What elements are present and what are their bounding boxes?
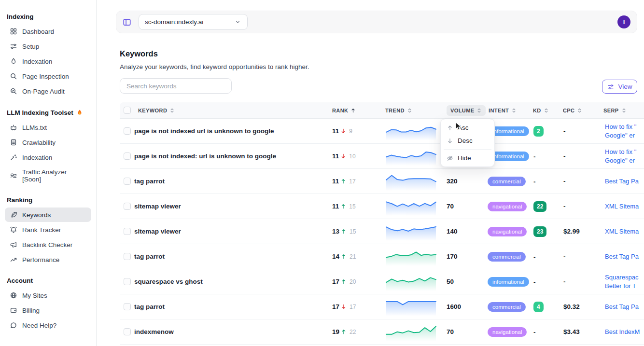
sidebar-item-billing[interactable]: Billing xyxy=(5,303,91,318)
section-title-llm-indexing-toolset: LLM Indexing Toolset xyxy=(7,109,89,116)
sidebar-item-indexation[interactable]: Indexation xyxy=(5,54,91,69)
sidebar-item-crawlability[interactable]: Crawlability xyxy=(5,135,91,150)
column-header-serp[interactable]: SERP xyxy=(600,108,644,113)
rank-previous: 9 xyxy=(349,128,352,135)
rank-up-icon xyxy=(341,278,347,285)
menu-item-desc[interactable]: Desc xyxy=(443,134,492,147)
sort-icon xyxy=(544,108,549,113)
column-header-trend[interactable]: TREND xyxy=(381,108,441,113)
column-header-cpc[interactable]: CPC xyxy=(559,108,600,113)
domain-select[interactable]: sc-domain:indexly.ai xyxy=(139,14,248,30)
trend-cell xyxy=(381,247,441,266)
rank-cell: 1115 xyxy=(328,203,381,210)
sliders-icon xyxy=(10,42,17,50)
intent-badge: navigational xyxy=(488,227,527,236)
rank-value: 11 xyxy=(332,152,339,160)
sidebar-item-keywords[interactable]: Keywords xyxy=(5,208,91,222)
serp-link[interactable]: XML Sitema xyxy=(600,227,644,236)
trend-cell xyxy=(381,272,441,291)
sidebar-item-my-sites[interactable]: My Sites xyxy=(5,288,91,303)
cpc-cell: - xyxy=(559,278,600,285)
column-header-rank[interactable]: RANK xyxy=(328,108,381,113)
trend-sparkline xyxy=(385,147,437,166)
waves-icon xyxy=(10,172,17,180)
intent-cell: navigational xyxy=(485,227,529,236)
trend-cell xyxy=(381,122,441,141)
kd-value: - xyxy=(533,153,536,160)
sidebar-item-indexation[interactable]: Indexation xyxy=(5,150,91,165)
intent-cell: navigational xyxy=(485,327,529,337)
rank-value: 13 xyxy=(332,228,339,235)
column-header-keyword[interactable]: KEYWORD xyxy=(134,108,328,113)
row-checkbox[interactable] xyxy=(124,152,131,160)
menu-item-asc[interactable]: Asc xyxy=(443,121,492,134)
sidebar-item-need-help[interactable]: Need Help? xyxy=(5,318,91,332)
trend-sparkline xyxy=(385,122,437,141)
serp-link[interactable]: SquarespacBetter for T xyxy=(600,273,644,291)
sidebar-item-label: Setup xyxy=(22,43,39,50)
keyword-cell: indexmenow xyxy=(134,328,328,335)
serp-link[interactable]: XML Sitema xyxy=(600,202,644,211)
intent-badge: navigational xyxy=(488,327,527,337)
fire-icon xyxy=(76,109,84,116)
serp-link[interactable]: Best IndexM xyxy=(600,328,644,336)
view-button[interactable]: View xyxy=(602,80,637,94)
sidebar-item-setup[interactable]: Setup xyxy=(5,39,91,54)
serp-link[interactable]: Best Tag Pa xyxy=(600,303,644,311)
trend-sparkline xyxy=(385,247,437,266)
sidebar-item-rank-tracker[interactable]: Rank Tracker xyxy=(5,222,91,237)
rank-previous: 15 xyxy=(349,203,355,210)
row-checkbox[interactable] xyxy=(124,328,131,335)
table-header-row: KEYWORDRANKTRENDVOLUMEINTENTKDCPCSERP xyxy=(120,102,644,119)
rank-value: 17 xyxy=(332,303,339,310)
robot-icon xyxy=(10,124,17,131)
column-header-volume[interactable]: VOLUME xyxy=(441,105,485,116)
row-checkbox[interactable] xyxy=(124,127,131,135)
kd-cell: - xyxy=(529,152,559,161)
column-header-kd[interactable]: KD xyxy=(529,108,559,113)
row-checkbox[interactable] xyxy=(124,303,131,310)
row-checkbox[interactable] xyxy=(124,228,131,235)
sidebar-toggle-icon[interactable] xyxy=(123,18,131,27)
serp-link[interactable]: How to fix "Google" er xyxy=(600,123,644,140)
rank-cell: 1720 xyxy=(328,278,381,285)
serp-link[interactable]: How to fix "Google" er xyxy=(600,148,644,165)
menu-divider xyxy=(444,149,491,150)
trend-cell xyxy=(381,197,441,216)
sidebar-item-page-inspection[interactable]: Page Inspection xyxy=(5,69,91,83)
search-input[interactable] xyxy=(120,78,232,94)
row-checkbox[interactable] xyxy=(124,178,131,185)
row-checkbox[interactable] xyxy=(124,253,131,260)
sort-icon xyxy=(577,108,582,113)
trend-cell xyxy=(381,147,441,166)
table-row: tag parrot17171600commercial4$0.32Best T… xyxy=(120,294,644,319)
feather-icon xyxy=(10,211,17,219)
kd-badge: 4 xyxy=(533,302,544,312)
keyword-cell: page is not indexed url is unknown to go… xyxy=(134,127,328,135)
intent-badge: navigational xyxy=(488,202,527,211)
sidebar-item-dashboard[interactable]: Dashboard xyxy=(5,24,91,39)
chat-icon xyxy=(10,321,17,329)
sidebar-item-traffic-analyzer-soon[interactable]: Traffic Analyzer [Soon] xyxy=(5,165,91,186)
serp-link[interactable]: Best Tag Pa xyxy=(600,177,644,186)
page-title: Keywords xyxy=(120,49,158,58)
sidebar-item-backlink-checker[interactable]: Backlink Checker xyxy=(5,237,91,252)
serp-link[interactable]: Best Tag Pa xyxy=(600,252,644,261)
trend-sparkline xyxy=(385,272,437,291)
sidebar-item-on-page-audit[interactable]: On-Page Audit xyxy=(5,84,91,98)
volume-cell: 1600 xyxy=(441,303,485,310)
column-header-intent[interactable]: INTENT xyxy=(485,108,529,113)
kd-value: - xyxy=(533,253,536,261)
row-checkbox[interactable] xyxy=(124,278,131,285)
kd-value: - xyxy=(533,329,536,336)
menu-item-hide[interactable]: Hide xyxy=(443,152,492,165)
sidebar-item-performance[interactable]: Performance xyxy=(5,252,91,267)
sidebar-item-label: Backlink Checker xyxy=(22,241,72,249)
row-checkbox[interactable] xyxy=(124,203,131,210)
rank-cell: 119 xyxy=(328,127,381,135)
kd-cell: 22 xyxy=(529,201,559,212)
sidebar-item-llms-txt[interactable]: LLMs.txt xyxy=(5,120,91,135)
select-all-checkbox[interactable] xyxy=(124,107,131,114)
rank-value: 11 xyxy=(332,178,339,185)
avatar[interactable]: I xyxy=(617,15,630,28)
